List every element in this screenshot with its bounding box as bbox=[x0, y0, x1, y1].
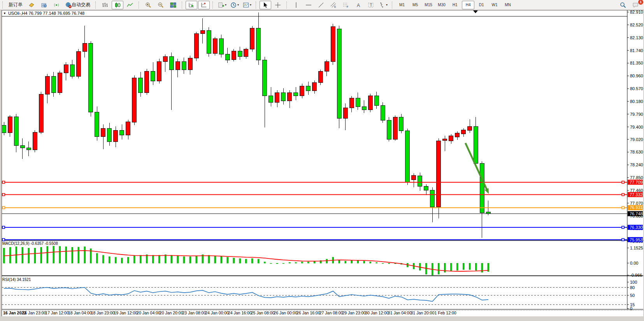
svg-text:A: A bbox=[357, 2, 360, 8]
profile-chart-icon bbox=[41, 2, 47, 8]
notifications-button[interactable]: 1 bbox=[630, 1, 641, 9]
search-button[interactable] bbox=[617, 1, 629, 9]
toolbar-separator bbox=[212, 2, 214, 9]
indicators-button[interactable]: ▾ bbox=[216, 1, 228, 9]
svg-text:80.180: 80.180 bbox=[630, 99, 643, 104]
timeframe-m15[interactable]: M15 bbox=[422, 1, 435, 9]
chat-bubble-icon bbox=[632, 2, 639, 8]
svg-text:23 Jan 08:00: 23 Jan 08:00 bbox=[182, 311, 206, 315]
autotrading-globe-icon bbox=[65, 2, 72, 8]
zoom-out-icon[interactable] bbox=[155, 1, 167, 9]
toolbar-separator bbox=[256, 2, 258, 9]
text-tool[interactable]: A bbox=[353, 1, 364, 9]
price-label-box: 75.953 bbox=[628, 237, 643, 242]
timeframe-m30[interactable]: M30 bbox=[435, 1, 448, 9]
svg-text:77.850: 77.850 bbox=[630, 175, 643, 180]
timeframe-m1[interactable]: M1 bbox=[396, 1, 408, 9]
svg-text:79.400: 79.400 bbox=[630, 125, 643, 129]
price-label-box: 77.332 bbox=[628, 192, 643, 197]
timeframe-m5[interactable]: M5 bbox=[409, 1, 421, 9]
cursor-tool[interactable] bbox=[260, 1, 271, 9]
collapse-triangle-icon[interactable]: ▼ bbox=[3, 12, 6, 15]
timeframe-d1[interactable]: D1 bbox=[475, 1, 488, 9]
template-glyph bbox=[243, 2, 249, 8]
search-icon bbox=[620, 2, 626, 8]
magnifier-plus-glyph bbox=[145, 2, 151, 8]
svg-text:76.748: 76.748 bbox=[630, 211, 643, 216]
indicator-add-glyph bbox=[218, 2, 224, 8]
svg-text:76.330: 76.330 bbox=[630, 225, 643, 230]
horizontal-line-tool[interactable] bbox=[303, 1, 314, 9]
chart-window: 82.91082.52082.13081.74081.35080.96080.5… bbox=[0, 10, 644, 321]
auto-scroll-icon[interactable] bbox=[186, 1, 197, 9]
svg-text:78.240: 78.240 bbox=[630, 162, 643, 167]
svg-text:F: F bbox=[347, 5, 348, 8]
signals-icon[interactable] bbox=[51, 1, 62, 9]
vertical-line-tool[interactable] bbox=[290, 1, 302, 9]
timeframe-h1[interactable]: H1 bbox=[449, 1, 461, 9]
candlestick-chart-icon[interactable] bbox=[112, 1, 123, 9]
trendline-tool[interactable] bbox=[315, 1, 327, 9]
svg-text:77.332: 77.332 bbox=[630, 192, 643, 197]
timeframe-h4[interactable]: H4 bbox=[462, 1, 474, 9]
macd-axis: 1.15250.00-0.966 bbox=[627, 246, 643, 277]
toolbar-separator bbox=[392, 2, 394, 9]
chart-title-text: USOil-,H4 76.799 77.148 76.695 76.748 bbox=[8, 11, 84, 16]
svg-text:16 Jan 23:00: 16 Jan 23:00 bbox=[23, 311, 46, 315]
templates-button[interactable]: ▾ bbox=[241, 1, 253, 9]
macd-label: MACD(12,26,9) -0.6357 -0.5508 bbox=[2, 241, 58, 246]
channel-tool[interactable]: E bbox=[328, 1, 339, 9]
hline-icon bbox=[305, 2, 312, 8]
svg-text:27 Jan 08:00: 27 Jan 08:00 bbox=[319, 311, 343, 315]
line-chart-icon[interactable] bbox=[124, 1, 136, 9]
svg-text:81.350: 81.350 bbox=[630, 61, 643, 65]
new-order-button[interactable]: 新订单 bbox=[6, 1, 25, 9]
svg-text:20 Jan 04:00: 20 Jan 04:00 bbox=[137, 311, 160, 315]
svg-text:50: 50 bbox=[630, 293, 635, 298]
svg-text:100: 100 bbox=[630, 280, 637, 284]
toolbar-separator bbox=[139, 2, 140, 9]
svg-text:25 Jan 08:00: 25 Jan 08:00 bbox=[251, 311, 275, 315]
arrows-tool[interactable]: ▾ bbox=[377, 1, 389, 9]
periods-button[interactable]: ▾ bbox=[229, 1, 240, 9]
svg-text:77.709: 77.709 bbox=[630, 180, 643, 185]
timeframe-w1[interactable]: W1 bbox=[488, 1, 501, 9]
svg-text:-0.966: -0.966 bbox=[630, 273, 642, 277]
horizontal-line-objects[interactable] bbox=[2, 181, 627, 241]
time-axis: 16 Jan 202316 Jan 23:0017 Jan 12:0018 Ja… bbox=[3, 311, 456, 315]
autotrading-label: 自动交易 bbox=[72, 2, 90, 8]
label-tool[interactable]: T bbox=[365, 1, 377, 9]
tiles-glyph bbox=[170, 2, 176, 8]
terminal-icon[interactable] bbox=[26, 1, 37, 9]
svg-text:31 Jan 04:00: 31 Jan 04:00 bbox=[388, 311, 412, 315]
fibonacci-tool[interactable]: F bbox=[340, 1, 352, 9]
label-t-icon: T bbox=[368, 2, 374, 8]
chart-shift-marker[interactable] bbox=[473, 10, 478, 13]
chevron-down-icon: ▾ bbox=[225, 3, 226, 7]
autoscroll-glyph bbox=[188, 2, 195, 8]
chart-title: ▼USOil-,H4 76.799 77.148 76.695 76.748 bbox=[3, 11, 84, 16]
svg-text:75.953: 75.953 bbox=[630, 237, 643, 242]
crosshair-tool[interactable] bbox=[272, 1, 284, 9]
chart-canvas[interactable]: 82.91082.52082.13081.74081.35080.96080.5… bbox=[0, 10, 644, 321]
arrows-icon bbox=[379, 2, 385, 8]
autotrading-button[interactable]: 自动交易 bbox=[63, 1, 93, 9]
svg-text:31 Jan 20:00: 31 Jan 20:00 bbox=[411, 311, 435, 315]
cursor-arrow-icon bbox=[262, 2, 268, 8]
svg-text:79.790: 79.790 bbox=[630, 112, 643, 117]
svg-text:77.070: 77.070 bbox=[630, 201, 643, 206]
svg-text:80.960: 80.960 bbox=[630, 73, 643, 78]
bar-chart-icon[interactable] bbox=[99, 1, 111, 9]
timeframe-mn[interactable]: MN bbox=[502, 1, 514, 9]
curve-glyph bbox=[127, 2, 133, 8]
svg-text:1.1525: 1.1525 bbox=[630, 246, 643, 250]
chart-shift-icon[interactable] bbox=[198, 1, 210, 9]
svg-text:76.931: 76.931 bbox=[630, 205, 643, 210]
profiles-icon[interactable] bbox=[38, 1, 50, 9]
zoom-in-icon[interactable] bbox=[142, 1, 154, 9]
svg-text:79.020: 79.020 bbox=[630, 137, 643, 142]
tile-windows-icon[interactable] bbox=[167, 1, 179, 9]
signal-waves-icon bbox=[53, 2, 60, 8]
svg-text:1 Feb 12:00: 1 Feb 12:00 bbox=[435, 311, 456, 315]
svg-text:82.910: 82.910 bbox=[630, 10, 643, 14]
